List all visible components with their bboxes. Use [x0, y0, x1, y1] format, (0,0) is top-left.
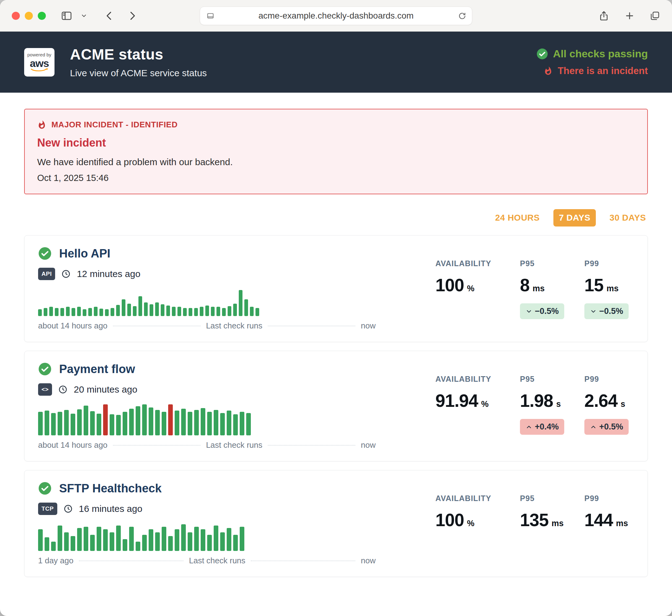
chart-bar: [155, 302, 159, 316]
chart-bar: [201, 408, 205, 435]
chart-bar: [122, 299, 125, 316]
chart-bar: [55, 308, 59, 316]
share-icon[interactable]: [598, 10, 609, 21]
axis-mid-label: Last check runs: [206, 440, 262, 450]
chart-bar: [45, 537, 49, 551]
chart-bar: [88, 308, 92, 316]
chart-bar: [123, 412, 127, 435]
zoom-window-button[interactable]: [38, 12, 46, 20]
chart-bar: [84, 527, 88, 551]
chart-bar: [99, 309, 103, 316]
chart-bar: [244, 299, 248, 316]
chart-axis: about 14 hours ago Last check runs now: [38, 440, 376, 450]
chart-bar: [45, 411, 49, 435]
chart-bar: [66, 307, 70, 316]
close-window-button[interactable]: [12, 12, 20, 20]
chart-bar: [188, 532, 192, 551]
chart-bar: [90, 411, 95, 435]
minimize-window-button[interactable]: [25, 12, 33, 20]
check-title[interactable]: SFTP Healthcheck: [59, 482, 162, 495]
p99-value: 2.64: [584, 391, 617, 411]
chart-bar: [136, 542, 140, 551]
incident-description: We have identified a problem with our ba…: [37, 157, 635, 167]
p99-trend-value: +0.5%: [599, 422, 623, 432]
aws-smile-icon: [30, 68, 48, 72]
chart-bar: [214, 410, 218, 435]
chart-bar: [200, 307, 203, 316]
incident-status-link[interactable]: There is an incident: [558, 65, 648, 76]
incident-banner: MAJOR INCIDENT - IDENTIFIED New incident…: [24, 109, 648, 194]
chart-bar: [58, 526, 62, 551]
availability-label: AVAILABILITY: [435, 494, 502, 503]
chart-bar: [142, 535, 147, 551]
chart-bar: [233, 303, 237, 316]
axis-line: [251, 561, 355, 561]
chart-bar: [207, 412, 212, 435]
chart-bar: [116, 526, 121, 551]
chart-bar: [94, 307, 98, 316]
chart-bar: [228, 306, 231, 316]
forward-button[interactable]: [127, 11, 137, 21]
sidebar-toggle-icon[interactable]: [61, 10, 72, 22]
chart-bar: [49, 307, 53, 316]
chart-bar: [64, 410, 69, 435]
axis-line: [268, 445, 355, 446]
chart-bar: [155, 410, 160, 435]
aws-logo-text: aws: [30, 58, 49, 68]
chart-axis: 1 day ago Last check runs now: [38, 556, 376, 566]
p95-value: 135: [520, 510, 548, 530]
chart-bar: [194, 308, 198, 316]
chart-bar: [144, 302, 148, 316]
browser-window: acme-example.checkly-dashboards.com: [0, 0, 672, 616]
p95-label: P95: [520, 375, 566, 384]
incident-flame-icon: [543, 66, 553, 76]
p95-value: 1.98: [520, 391, 553, 411]
tab-24-hours[interactable]: 24 HOURS: [493, 209, 542, 226]
time-range-tabs: 24 HOURS 7 DAYS 30 DAYS: [24, 209, 648, 226]
chart-bar: [211, 307, 215, 316]
chart-bar: [220, 532, 225, 551]
chart-bar: [155, 532, 160, 551]
traffic-lights: [12, 12, 46, 20]
check-title[interactable]: Payment flow: [59, 363, 135, 376]
p95-trend-badge: −0.5%: [520, 303, 564, 319]
chart-bar: [233, 414, 238, 435]
axis-line: [79, 561, 183, 561]
chart-bar: [189, 308, 192, 316]
trend-down-icon: [526, 308, 532, 315]
chevron-down-icon[interactable]: [81, 12, 87, 19]
new-tab-icon[interactable]: [624, 11, 635, 21]
aws-logo: powered by aws: [24, 48, 55, 76]
chart-bar: [181, 409, 186, 435]
p95-label: P95: [520, 494, 566, 503]
check-bar-chart: [38, 289, 435, 316]
tab-7-days[interactable]: 7 DAYS: [553, 209, 596, 226]
address-bar[interactable]: acme-example.checkly-dashboards.com: [200, 7, 472, 25]
chart-bar: [175, 411, 179, 435]
chart-bar: [240, 527, 244, 551]
chart-bar: [38, 309, 42, 316]
check-title[interactable]: Hello API: [59, 247, 110, 260]
p95-trend-badge: +0.4%: [520, 419, 564, 435]
p95-unit: ms: [552, 519, 564, 528]
p95-unit: ms: [533, 284, 545, 293]
banner-flame-icon: [37, 120, 46, 129]
availability-label: AVAILABILITY: [435, 259, 502, 268]
tab-overview-icon[interactable]: [650, 11, 660, 21]
reload-icon[interactable]: [458, 12, 466, 20]
check-passing-icon: [38, 482, 52, 495]
tab-30-days[interactable]: 30 DAYS: [608, 209, 648, 226]
back-button[interactable]: [104, 11, 115, 21]
check-passing-icon: [38, 362, 52, 376]
page-title: ACME status: [70, 46, 207, 63]
chart-bar: [71, 536, 75, 551]
chart-bar: [188, 412, 192, 435]
chart-bar: [183, 308, 187, 316]
check-card-hello-api: Hello API API 12 minutes ago about 14 ho…: [24, 235, 648, 342]
check-card-payment-flow: Payment flow <> 20 minutes ago about 14 …: [24, 351, 648, 461]
last-run-time: 20 minutes ago: [74, 384, 137, 395]
chart-bar: [77, 528, 82, 551]
chart-bar: [51, 413, 56, 435]
axis-mid-label: Last check runs: [206, 321, 262, 331]
trend-down-icon: [590, 308, 597, 315]
